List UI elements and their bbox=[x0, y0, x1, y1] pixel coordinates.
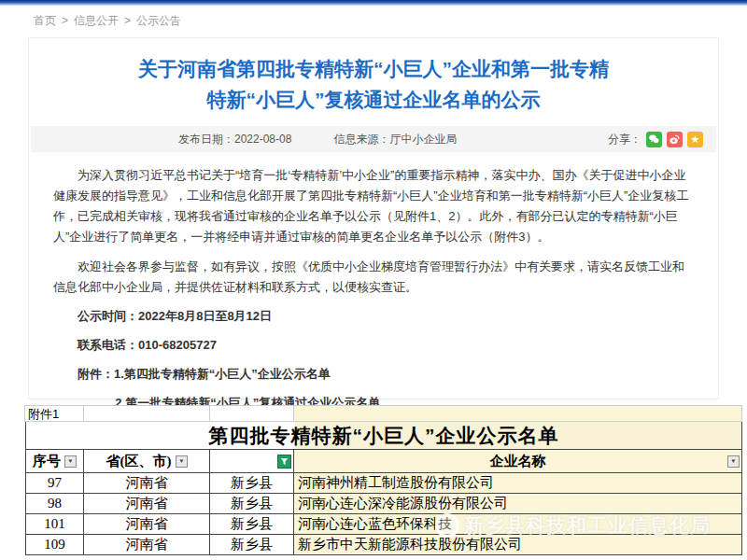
header-cell-company: 企业名称 bbox=[294, 450, 742, 473]
active-filter-funnel-icon[interactable] bbox=[277, 455, 291, 469]
breadcrumb-info-disclosure[interactable]: 信息公开 bbox=[74, 14, 119, 27]
sheet-header-row: 序号 省(区、市) 企业名称 bbox=[25, 450, 742, 473]
cell-province: 河南省 bbox=[84, 473, 210, 494]
page-title: 关于河南省第四批专精特新“小巨人”企业和第一批专精特新“小巨人”复核通过企业名单… bbox=[129, 53, 618, 115]
paragraph: 欢迎社会各界参与监督，如有异议，按照《优质中小企业梯度培育管理暂行办法》中有关要… bbox=[53, 257, 694, 298]
header-label: 省(区、市) bbox=[106, 453, 172, 470]
sheet-empty-cell bbox=[83, 405, 210, 422]
cell-seq: 97 bbox=[25, 473, 84, 494]
share-label: 分享： bbox=[608, 132, 641, 147]
share-group: 分享： ★ bbox=[608, 132, 703, 147]
table-row: 109 河南省 新乡县 新乡市中天新能源科技股份有限公司 bbox=[25, 535, 742, 555]
header-label: 序号 bbox=[33, 453, 61, 470]
cell-province: 河南省 bbox=[84, 514, 210, 535]
publish-date: 发布日期：2022-08-08 bbox=[178, 132, 291, 147]
cell-company: 河南心连心深冷能源股份有限公司 bbox=[294, 494, 742, 514]
header-cell-county bbox=[210, 450, 294, 473]
article-meta-bar: 发布日期：2022-08-08 信息来源：厅中小企业局 分享： ★ bbox=[31, 126, 716, 152]
cell-province: 河南省 bbox=[84, 535, 210, 555]
sheet-corner-label: 附件1 bbox=[24, 405, 84, 422]
attachments-label: 附件： bbox=[78, 367, 114, 381]
breadcrumb: 首页>信息公开>公示公告 bbox=[34, 13, 181, 29]
filter-dropdown-icon[interactable] bbox=[176, 455, 188, 468]
cell-seq: 98 bbox=[25, 494, 84, 514]
paragraph: 为深入贯彻习近平总书记关于“培育一批‘专精特新’中小企业”的重要指示精神，落实中… bbox=[53, 165, 694, 247]
sheet-title: 第四批专精特新“小巨人”企业公示名单 bbox=[209, 423, 559, 449]
sheet-corner-row: 附件1 bbox=[25, 406, 742, 422]
contact-phone: 联系电话：010-68205727 bbox=[53, 335, 694, 356]
breadcrumb-public-notice[interactable]: 公示公告 bbox=[136, 14, 181, 27]
info-source: 信息来源：厅中小企业局 bbox=[333, 132, 457, 147]
top-nav-bar-edge bbox=[0, 0, 747, 6]
header-label: 企业名称 bbox=[490, 453, 546, 470]
table-row: 101 河南省 新乡县 河南心连心蓝色环保科技 bbox=[25, 514, 742, 535]
header-cell-seq: 序号 bbox=[25, 450, 84, 473]
breadcrumb-home[interactable]: 首页 bbox=[34, 14, 56, 27]
filter-dropdown-icon[interactable] bbox=[64, 455, 77, 468]
attachment-spreadsheet: 附件1 第四批专精特新“小巨人”企业公示名单 序号 省(区、市) 企业名称 97… bbox=[25, 406, 742, 555]
cell-company: 新乡市中天新能源科技股份有限公司 bbox=[294, 535, 742, 555]
cell-company: 河南心连心蓝色环保科技 bbox=[294, 514, 742, 535]
weibo-icon[interactable] bbox=[667, 132, 683, 147]
publicity-period: 公示时间：2022年8月8日至8月12日 bbox=[53, 306, 694, 327]
sheet-empty-cell bbox=[209, 405, 294, 422]
cell-company: 河南神州精工制造股份有限公司 bbox=[294, 473, 742, 494]
breadcrumb-separator: > bbox=[62, 14, 68, 27]
sheet-empty-cell bbox=[293, 405, 742, 422]
breadcrumb-separator: > bbox=[124, 14, 131, 27]
attachment-link-1[interactable]: 1.第四批专精特新“小巨人”企业公示名单 bbox=[114, 367, 331, 381]
table-row: 97 河南省 新乡县 河南神州精工制造股份有限公司 bbox=[25, 473, 742, 494]
header-cell-province: 省(区、市) bbox=[84, 450, 210, 473]
cell-county: 新乡县 bbox=[210, 494, 294, 514]
sheet-title-row: 第四批专精特新“小巨人”企业公示名单 bbox=[25, 421, 742, 450]
filter-dropdown-icon[interactable] bbox=[727, 455, 740, 468]
cell-seq: 109 bbox=[25, 535, 84, 555]
cell-county: 新乡县 bbox=[210, 535, 294, 555]
table-row: 98 河南省 新乡县 河南心连心深冷能源股份有限公司 bbox=[25, 494, 742, 514]
wechat-icon[interactable] bbox=[646, 132, 662, 147]
favorite-star-icon[interactable]: ★ bbox=[687, 132, 703, 147]
cell-county: 新乡县 bbox=[210, 473, 294, 494]
cell-seq: 101 bbox=[25, 514, 84, 535]
article-container: 关于河南省第四批专精特新“小巨人”企业和第一批专精特新“小巨人”复核通过企业名单… bbox=[28, 37, 719, 399]
cell-county: 新乡县 bbox=[210, 514, 294, 535]
cell-province: 河南省 bbox=[84, 494, 210, 514]
attachment-line-1: 附件：1.第四批专精特新“小巨人”企业公示名单 bbox=[53, 364, 694, 385]
